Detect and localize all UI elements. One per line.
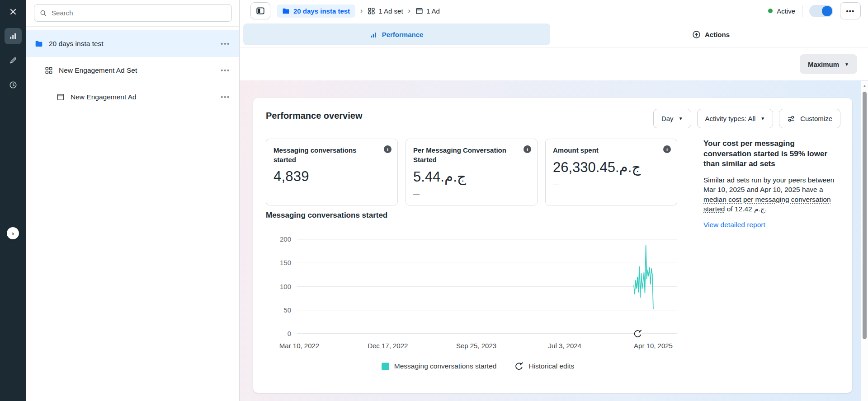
tab-label: Performance (382, 31, 424, 38)
expand-panel-button chevron-right-icon[interactable]: › (7, 227, 19, 239)
tree-item-label: 20 days insta test (49, 40, 104, 48)
search-container (26, 0, 239, 27)
campaign-tree-panel: 20 days insta test ••• New Engagement Ad… (26, 0, 240, 401)
performance-chart-icon[interactable] (5, 28, 22, 44)
row-menu-icon[interactable]: ••• (221, 40, 230, 47)
card-title: Performance overview (266, 111, 362, 121)
tree-item-ad-set[interactable]: New Engagement Ad Set ••• (26, 57, 239, 84)
chart-title: Messaging conversations started (266, 211, 387, 220)
metric-card-amount-spent[interactable]: Amount spent i 26,330.45.م.ج — (545, 139, 677, 205)
card-controls: Day ▼ Activity types: All ▼ Customize (653, 109, 840, 128)
breadcrumb-label: 20 days insta test (293, 7, 350, 15)
legend-label: Messaging conversations started (394, 362, 497, 370)
day-label: Day (661, 115, 674, 122)
search-input[interactable] (51, 9, 226, 17)
historical-edits-icon (514, 362, 524, 371)
info-icon[interactable]: i (384, 145, 392, 153)
folder-icon (282, 7, 290, 15)
search-icon (40, 9, 47, 17)
metric-delta: — (413, 190, 530, 197)
breadcrumb: 20 days insta test › 1 Ad set › 1 Ad (277, 5, 440, 18)
breadcrumb-label: 1 Ad set (378, 7, 403, 15)
performance-overview-card: Performance overview Day ▼ Activity type… (253, 98, 852, 393)
scrollbar-thumb[interactable] (863, 92, 867, 339)
edit-pencil-icon[interactable] (5, 52, 22, 69)
history-clock-icon[interactable] (5, 77, 22, 93)
chart-legend: Messaging conversations started Historic… (263, 362, 693, 371)
svg-text:0: 0 (288, 330, 291, 337)
tab-actions[interactable]: Actions (557, 23, 864, 45)
active-status-dot (768, 9, 773, 13)
view-tabs: Performance Actions (240, 22, 868, 47)
panel-toggle-icon (256, 6, 265, 15)
ad-page-icon (415, 7, 423, 15)
legend-item-historical-edits: Historical edits (514, 362, 574, 371)
search-box[interactable] (34, 4, 232, 22)
metric-delta: — (274, 190, 390, 197)
scroll-up-icon[interactable]: ▲ (861, 84, 868, 88)
maximum-label: Maximum (808, 61, 839, 68)
topbar-right: Active ••• (768, 2, 861, 19)
ad-set-grid-icon (368, 7, 375, 15)
legend-label: Historical edits (528, 362, 574, 370)
activity-types-dropdown[interactable]: Activity types: All ▼ (697, 109, 774, 128)
folder-icon (35, 40, 43, 48)
scrollbar[interactable]: ▲ (861, 81, 868, 401)
status-badge: Active (768, 7, 795, 15)
view-detailed-report-link[interactable]: View detailed report (703, 221, 765, 228)
customize-button[interactable]: Customize (779, 109, 840, 128)
divider (802, 5, 802, 17)
svg-text:50: 50 (283, 306, 291, 314)
chevron-down-icon: ▼ (679, 116, 683, 121)
svg-text:150: 150 (280, 259, 291, 266)
metric-card-cost-per-conversation[interactable]: Per Messaging Conversation Started i 5.4… (406, 139, 538, 205)
sidebar-toggle-button[interactable] (250, 2, 270, 19)
legend-item-conversations: Messaging conversations started (382, 362, 497, 370)
active-toggle[interactable] (809, 5, 833, 17)
metric-title: Per Messaging Conversation Started (413, 145, 530, 164)
row-menu-icon[interactable]: ••• (221, 67, 230, 74)
breadcrumb-ad[interactable]: 1 Ad (415, 7, 440, 15)
tree-item-label: New Engagement Ad Set (59, 66, 137, 75)
insight-heading: Your cost per messaging conversation sta… (703, 139, 840, 169)
info-icon[interactable]: i (524, 145, 531, 153)
breadcrumb-separator: › (360, 7, 363, 15)
toggle-knob (822, 6, 832, 16)
teal-swatch (382, 363, 389, 370)
bar-chart-icon (370, 31, 378, 38)
metric-title: Messaging conversations started (274, 145, 390, 164)
topbar: 20 days insta test › 1 Ad set › 1 Ad Act… (240, 0, 868, 22)
breadcrumb-separator: › (408, 7, 410, 15)
svg-text:Sep 25, 2023: Sep 25, 2023 (456, 342, 496, 350)
metric-card-conversations[interactable]: Messaging conversations started i 4,839 … (266, 139, 398, 205)
metric-value: 5.44.م.ج (413, 168, 530, 185)
benchmark-insight-panel: Your cost per messaging conversation sta… (703, 139, 840, 229)
more-options-button[interactable]: ••• (840, 2, 861, 19)
close-icon[interactable] (5, 4, 22, 20)
metric-value: 4,839 (274, 168, 390, 185)
activity-label: Activity types: All (705, 115, 756, 122)
info-icon[interactable]: i (663, 145, 671, 153)
nav-rail: › (0, 0, 26, 401)
svg-text:Jul 3, 2024: Jul 3, 2024 (548, 342, 581, 350)
status-label: Active (777, 7, 795, 15)
row-menu-icon[interactable]: ••• (221, 93, 230, 101)
svg-text:Mar 10, 2022: Mar 10, 2022 (279, 342, 319, 350)
metric-value: 26,330.45.م.ج (553, 159, 670, 176)
tree-item-ad[interactable]: New Engagement Ad ••• (26, 84, 239, 110)
promote-arrow-icon (692, 30, 701, 39)
tab-performance[interactable]: Performance (243, 23, 550, 45)
metric-delta: — (553, 181, 670, 188)
content-area: Maximum ▼ ▲ Performance overview Day ▼ A… (240, 47, 868, 401)
ad-set-grid-icon (45, 66, 53, 75)
day-dropdown[interactable]: Day ▼ (653, 109, 691, 128)
tree-item-campaign[interactable]: 20 days insta test ••• (26, 30, 239, 57)
breadcrumb-campaign-chip[interactable]: 20 days insta test (277, 5, 355, 18)
insight-body: Similar ad sets run by your peers betwee… (703, 175, 840, 214)
insight-term-tooltip[interactable]: median cost per messaging conversation s… (703, 196, 831, 213)
svg-text:Dec 17, 2022: Dec 17, 2022 (368, 342, 408, 350)
breadcrumb-ad-set[interactable]: 1 Ad set (368, 7, 403, 15)
maximum-dropdown[interactable]: Maximum ▼ (800, 54, 857, 74)
tree-rows: 20 days insta test ••• New Engagement Ad… (26, 27, 239, 110)
svg-text:100: 100 (280, 283, 291, 290)
